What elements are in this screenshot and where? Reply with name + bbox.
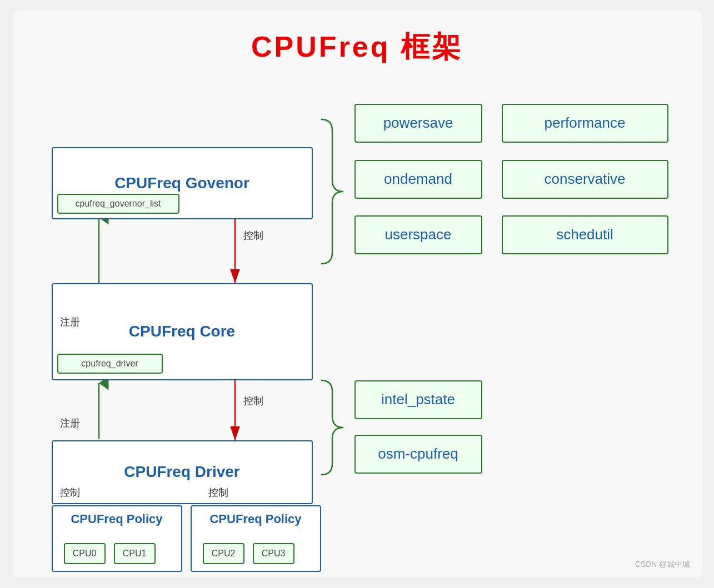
userspace-label: userspace (385, 226, 452, 243)
core-label: CPUFreq Core (129, 323, 235, 340)
main-title: CPUFreq 框架 (13, 11, 702, 67)
driver-label: CPUFreq Driver (124, 463, 240, 481)
cpufreq-driver-box: cpufreq_driver (57, 354, 163, 374)
policy2-box: CPUFreq Policy CPU2 CPU3 (191, 505, 321, 572)
control2-annotation: 控制 (243, 394, 263, 408)
register2-annotation: 注册 (60, 416, 80, 430)
governor-list-label: cpufreq_governor_list (76, 199, 161, 209)
core-box: CPUFreq Core cpufreq_driver (52, 283, 313, 380)
control1-annotation: 控制 (243, 229, 263, 242)
governor-list-box: cpufreq_governor_list (57, 194, 179, 214)
cpu1-box: CPU1 (114, 543, 156, 564)
powersave-box: powersave (354, 104, 482, 143)
cpu0-box: CPU0 (64, 543, 106, 564)
osm-cpufreq-label: osm-cpufreq (378, 445, 458, 463)
cpu3-label: CPU3 (262, 549, 286, 559)
cpu1-label: CPU1 (123, 549, 147, 559)
cpu2-box: CPU2 (203, 543, 244, 564)
ondemand-box: ondemand (354, 160, 482, 199)
conservative-box: conservative (502, 160, 668, 199)
cpu2-label: CPU2 (212, 549, 236, 559)
diagram-container: CPUFreq 框架 (13, 11, 702, 577)
control4-annotation: 控制 (208, 486, 228, 499)
schedutil-label: schedutil (556, 226, 613, 243)
control3-annotation: 控制 (60, 486, 80, 499)
policy1-box: CPUFreq Policy CPU0 CPU1 (52, 505, 182, 572)
cpu3-box: CPU3 (253, 543, 294, 564)
userspace-box: userspace (354, 215, 482, 254)
policy1-label: CPUFreq Policy (71, 512, 162, 526)
intel-pstate-label: intel_pstate (381, 391, 455, 408)
intel-pstate-box: intel_pstate (354, 380, 482, 419)
performance-label: performance (545, 114, 626, 132)
powersave-label: powersave (383, 114, 453, 132)
governor-box: CPUFreq Govenor cpufreq_governor_list (52, 147, 313, 219)
cpu0-label: CPU0 (73, 549, 97, 559)
watermark: CSDN @城中城 (635, 560, 691, 570)
cpufreq-driver-label: cpufreq_driver (81, 359, 138, 369)
schedutil-box: schedutil (502, 215, 668, 254)
driver-box: CPUFreq Driver (52, 440, 313, 504)
conservative-label: conservative (545, 170, 626, 188)
governor-label: CPUFreq Govenor (114, 174, 249, 192)
policy2-label: CPUFreq Policy (209, 512, 301, 526)
ondemand-label: ondemand (384, 170, 452, 188)
osm-cpufreq-box: osm-cpufreq (354, 435, 482, 474)
performance-box: performance (502, 104, 668, 143)
register1-annotation: 注册 (60, 315, 80, 329)
